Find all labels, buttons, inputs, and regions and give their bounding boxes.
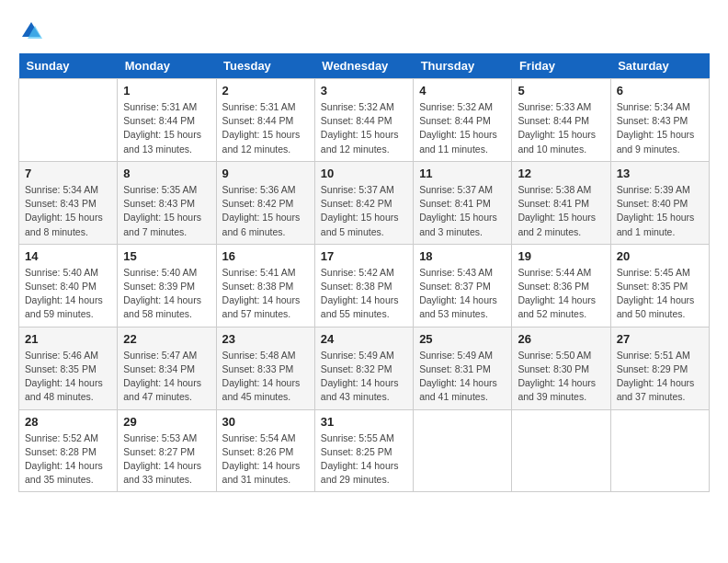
day-info: Sunrise: 5:32 AMSunset: 8:44 PMDaylight:… [321, 100, 407, 156]
day-number: 18 [419, 249, 506, 263]
day-info: Sunrise: 5:53 AMSunset: 8:27 PMDaylight:… [123, 431, 210, 488]
calendar-cell: 31Sunrise: 5:55 AMSunset: 8:25 PMDayligh… [314, 409, 413, 492]
calendar-cell: 12Sunrise: 5:38 AMSunset: 8:41 PMDayligh… [512, 161, 610, 244]
day-info: Sunrise: 5:40 AMSunset: 8:40 PMDaylight:… [25, 266, 111, 322]
day-info: Sunrise: 5:37 AMSunset: 8:41 PMDaylight:… [419, 183, 506, 239]
day-info: Sunrise: 5:35 AMSunset: 8:43 PMDaylight:… [123, 183, 210, 239]
calendar-cell [610, 409, 709, 492]
day-info: Sunrise: 5:38 AMSunset: 8:41 PMDaylight:… [518, 183, 604, 239]
day-info: Sunrise: 5:49 AMSunset: 8:32 PMDaylight:… [321, 349, 407, 405]
calendar-cell: 1Sunrise: 5:31 AMSunset: 8:44 PMDaylight… [118, 79, 216, 162]
day-number: 15 [123, 249, 210, 263]
header-cell-wednesday: Wednesday [314, 53, 413, 79]
day-info: Sunrise: 5:40 AMSunset: 8:39 PMDaylight:… [123, 266, 210, 322]
day-number: 16 [222, 249, 309, 263]
calendar-cell: 26Sunrise: 5:50 AMSunset: 8:30 PMDayligh… [512, 327, 610, 409]
calendar-body: 1Sunrise: 5:31 AMSunset: 8:44 PMDaylight… [19, 79, 710, 492]
day-number: 8 [123, 167, 210, 180]
day-info: Sunrise: 5:51 AMSunset: 8:29 PMDaylight:… [617, 349, 703, 405]
calendar-cell: 10Sunrise: 5:37 AMSunset: 8:42 PMDayligh… [314, 161, 413, 244]
week-row: 7Sunrise: 5:34 AMSunset: 8:43 PMDaylight… [19, 161, 710, 244]
day-info: Sunrise: 5:49 AMSunset: 8:31 PMDaylight:… [419, 349, 506, 405]
day-number: 7 [25, 167, 111, 180]
calendar-cell: 21Sunrise: 5:46 AMSunset: 8:35 PMDayligh… [19, 327, 118, 409]
day-number: 23 [222, 332, 309, 346]
day-number: 4 [419, 84, 506, 98]
day-number: 31 [321, 415, 407, 429]
calendar-cell: 28Sunrise: 5:52 AMSunset: 8:28 PMDayligh… [19, 409, 118, 492]
day-number: 29 [123, 415, 210, 429]
week-row: 14Sunrise: 5:40 AMSunset: 8:40 PMDayligh… [19, 244, 710, 327]
header-cell-monday: Monday [118, 53, 216, 79]
calendar-cell: 27Sunrise: 5:51 AMSunset: 8:29 PMDayligh… [610, 327, 709, 409]
calendar-cell: 6Sunrise: 5:34 AMSunset: 8:43 PMDaylight… [610, 79, 709, 162]
calendar-cell: 9Sunrise: 5:36 AMSunset: 8:42 PMDaylight… [216, 161, 314, 244]
day-number: 17 [321, 249, 407, 263]
day-info: Sunrise: 5:34 AMSunset: 8:43 PMDaylight:… [617, 100, 703, 156]
day-info: Sunrise: 5:41 AMSunset: 8:38 PMDaylight:… [222, 266, 309, 322]
header-cell-thursday: Thursday [414, 53, 512, 79]
day-number: 22 [123, 332, 210, 346]
day-number: 20 [617, 249, 703, 263]
week-row: 21Sunrise: 5:46 AMSunset: 8:35 PMDayligh… [19, 327, 710, 409]
day-info: Sunrise: 5:54 AMSunset: 8:26 PMDaylight:… [222, 431, 309, 488]
day-info: Sunrise: 5:47 AMSunset: 8:34 PMDaylight:… [123, 349, 210, 405]
header-row: SundayMondayTuesdayWednesdayThursdayFrid… [19, 53, 710, 79]
day-info: Sunrise: 5:31 AMSunset: 8:44 PMDaylight:… [123, 100, 210, 156]
day-info: Sunrise: 5:46 AMSunset: 8:35 PMDaylight:… [25, 349, 111, 405]
calendar-cell: 3Sunrise: 5:32 AMSunset: 8:44 PMDaylight… [314, 79, 413, 162]
calendar-cell: 29Sunrise: 5:53 AMSunset: 8:27 PMDayligh… [118, 409, 216, 492]
day-info: Sunrise: 5:39 AMSunset: 8:40 PMDaylight:… [617, 183, 703, 239]
day-info: Sunrise: 5:32 AMSunset: 8:44 PMDaylight:… [419, 100, 506, 156]
day-number: 25 [419, 332, 506, 346]
calendar-cell: 16Sunrise: 5:41 AMSunset: 8:38 PMDayligh… [216, 244, 314, 327]
calendar-cell: 18Sunrise: 5:43 AMSunset: 8:37 PMDayligh… [414, 244, 512, 327]
calendar-cell: 8Sunrise: 5:35 AMSunset: 8:43 PMDaylight… [118, 161, 216, 244]
header-cell-tuesday: Tuesday [216, 53, 314, 79]
day-info: Sunrise: 5:37 AMSunset: 8:42 PMDaylight:… [321, 183, 407, 239]
calendar-cell [512, 409, 610, 492]
calendar-cell: 24Sunrise: 5:49 AMSunset: 8:32 PMDayligh… [314, 327, 413, 409]
day-info: Sunrise: 5:55 AMSunset: 8:25 PMDaylight:… [321, 431, 407, 488]
header-cell-saturday: Saturday [610, 53, 709, 79]
calendar-cell: 17Sunrise: 5:42 AMSunset: 8:38 PMDayligh… [314, 244, 413, 327]
calendar-cell: 20Sunrise: 5:45 AMSunset: 8:35 PMDayligh… [610, 244, 709, 327]
day-number: 24 [321, 332, 407, 346]
header-cell-sunday: Sunday [19, 53, 118, 79]
calendar-cell: 15Sunrise: 5:40 AMSunset: 8:39 PMDayligh… [118, 244, 216, 327]
calendar-cell: 13Sunrise: 5:39 AMSunset: 8:40 PMDayligh… [610, 161, 709, 244]
calendar-cell: 4Sunrise: 5:32 AMSunset: 8:44 PMDaylight… [414, 79, 512, 162]
calendar-cell: 2Sunrise: 5:31 AMSunset: 8:44 PMDaylight… [216, 79, 314, 162]
day-number: 5 [518, 84, 604, 98]
logo-icon [18, 18, 44, 44]
day-info: Sunrise: 5:31 AMSunset: 8:44 PMDaylight:… [222, 100, 309, 156]
header-cell-friday: Friday [512, 53, 610, 79]
day-number: 6 [617, 84, 703, 98]
calendar-cell: 7Sunrise: 5:34 AMSunset: 8:43 PMDaylight… [19, 161, 118, 244]
calendar-cell [19, 79, 118, 162]
day-info: Sunrise: 5:52 AMSunset: 8:28 PMDaylight:… [25, 431, 111, 488]
day-info: Sunrise: 5:42 AMSunset: 8:38 PMDaylight:… [321, 266, 407, 322]
day-number: 2 [222, 84, 309, 98]
day-info: Sunrise: 5:45 AMSunset: 8:35 PMDaylight:… [617, 266, 703, 322]
calendar-cell: 25Sunrise: 5:49 AMSunset: 8:31 PMDayligh… [414, 327, 512, 409]
day-info: Sunrise: 5:50 AMSunset: 8:30 PMDaylight:… [518, 349, 604, 405]
calendar-cell: 11Sunrise: 5:37 AMSunset: 8:41 PMDayligh… [414, 161, 512, 244]
day-number: 13 [617, 167, 703, 180]
day-number: 14 [25, 249, 111, 263]
logo [18, 18, 48, 44]
calendar-cell: 30Sunrise: 5:54 AMSunset: 8:26 PMDayligh… [216, 409, 314, 492]
day-number: 9 [222, 167, 309, 180]
page-header [18, 18, 710, 44]
week-row: 1Sunrise: 5:31 AMSunset: 8:44 PMDaylight… [19, 79, 710, 162]
day-number: 12 [518, 167, 604, 180]
calendar-cell: 19Sunrise: 5:44 AMSunset: 8:36 PMDayligh… [512, 244, 610, 327]
day-number: 26 [518, 332, 604, 346]
day-number: 28 [25, 415, 111, 429]
calendar-cell: 23Sunrise: 5:48 AMSunset: 8:33 PMDayligh… [216, 327, 314, 409]
day-info: Sunrise: 5:44 AMSunset: 8:36 PMDaylight:… [518, 266, 604, 322]
week-row: 28Sunrise: 5:52 AMSunset: 8:28 PMDayligh… [19, 409, 710, 492]
calendar-cell [414, 409, 512, 492]
day-number: 30 [222, 415, 309, 429]
day-number: 10 [321, 167, 407, 180]
